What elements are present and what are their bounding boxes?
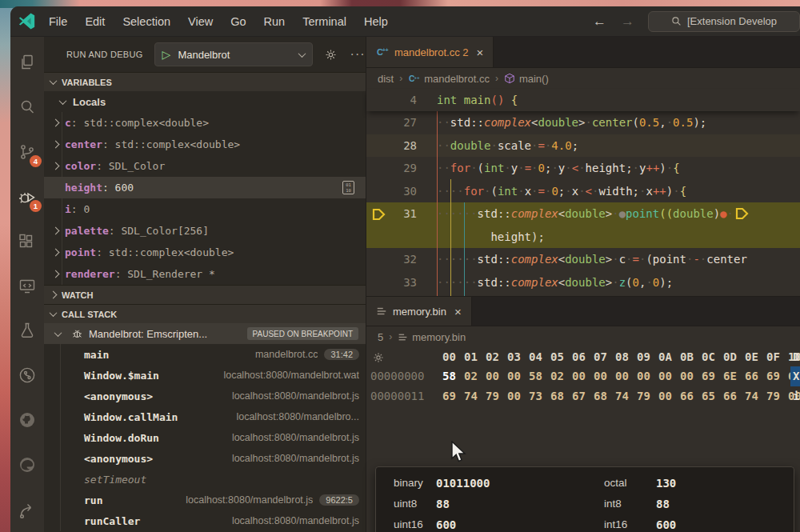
hex-byte[interactable]: 66 — [745, 366, 766, 386]
frame-row-runcaller[interactable]: runCallerlocalhost:8080/mandelbrot.js — [44, 510, 366, 531]
hex-byte[interactable]: 02 — [464, 366, 486, 386]
hex-byte[interactable]: 00 — [615, 366, 637, 386]
code-gutter[interactable]: 29 — [366, 157, 437, 180]
hex-byte[interactable]: 67 — [572, 386, 594, 406]
code-gutter[interactable]: 27 — [366, 111, 437, 134]
code-gutter[interactable]: 31 — [366, 202, 437, 226]
menu-run[interactable]: Run — [255, 12, 294, 31]
frame-row-settimeout[interactable]: setTimeout — [44, 469, 366, 490]
tab-close-button[interactable]: × — [477, 46, 484, 59]
hex-byte[interactable]: 66 — [723, 386, 745, 406]
debug-session-row[interactable]: Mandelbrot: Emscripten... PAUSED ON BREA… — [44, 323, 366, 344]
variable-row-color[interactable]: color: SDL_Color — [44, 155, 366, 177]
variable-row-i[interactable]: i: 0 — [44, 198, 366, 220]
hex-byte[interactable]: 65 — [702, 386, 723, 406]
code-gutter[interactable]: 32 — [366, 248, 437, 271]
menu-selection[interactable]: Selection — [114, 12, 179, 31]
variable-row-center[interactable]: center: std::complex<double> — [44, 134, 366, 155]
breadcrumb-item-5[interactable]: 5 — [378, 331, 383, 343]
variable-row-palette[interactable]: palette: SDL_Color[256] — [44, 220, 366, 242]
hex-byte[interactable]: 00 — [486, 366, 507, 386]
activity-item-share[interactable] — [10, 487, 44, 532]
variable-row-height[interactable]: height: 6000110 — [44, 177, 366, 198]
hex-decoded-char[interactable]: X — [790, 366, 800, 386]
nav-back-button[interactable]: ← — [586, 14, 614, 30]
hex-byte[interactable]: 79 — [766, 386, 788, 406]
hex-byte[interactable]: 68 — [550, 386, 572, 406]
hex-byte[interactable]: 69 — [702, 366, 723, 386]
watch-section-header[interactable]: WATCH — [44, 285, 366, 304]
debug-settings-gear-button[interactable] — [324, 48, 338, 62]
hex-byte[interactable]: 74 — [464, 386, 486, 406]
menu-help[interactable]: Help — [355, 12, 397, 31]
variable-row-renderer[interactable]: renderer: SDL_Renderer * — [44, 263, 366, 285]
frame-row-window-dorun[interactable]: Window.doRunlocalhost:8080/mandelbrot.js — [44, 427, 366, 448]
code-gutter[interactable]: 33 — [366, 271, 437, 294]
tab-memory-bin[interactable]: memory.bin × — [366, 297, 472, 326]
code-gutter[interactable]: 30 — [366, 180, 437, 203]
activity-item-edge[interactable] — [10, 442, 44, 487]
activity-item-beaker[interactable] — [10, 308, 44, 353]
frame-row-main[interactable]: mainmandelbrot.cc31:42 — [44, 344, 366, 365]
hex-byte[interactable]: 68 — [594, 386, 615, 406]
tab-mandelbrot-cc[interactable]: C++ mandelbrot.cc 2 × — [366, 37, 494, 67]
code-gutter[interactable] — [366, 226, 437, 249]
frame-row--anonymous-[interactable]: <anonymous>localhost:8080/mandelbrot.js — [44, 386, 366, 406]
variable-row-point[interactable]: point: std::complex<double> — [44, 242, 366, 263]
start-debug-icon[interactable]: ▷ — [162, 48, 171, 61]
variable-row-c[interactable]: c: std::complex<double> — [44, 112, 366, 134]
activity-item-extensions[interactable] — [10, 219, 44, 264]
hex-decoded-char[interactable]: i — [793, 386, 799, 406]
activity-item-source-graph[interactable] — [10, 353, 44, 398]
hex-byte[interactable]: 00 — [637, 366, 658, 386]
breadcrumb-item-main[interactable]: main() — [504, 73, 549, 85]
hex-byte[interactable]: 79 — [637, 386, 658, 406]
breadcrumb-item-dist[interactable]: dist — [378, 73, 394, 85]
activity-item-debug[interactable]: 1 — [10, 174, 44, 219]
hex-byte[interactable]: 58 — [529, 366, 550, 386]
hex-byte[interactable]: 00 — [507, 366, 529, 386]
more-actions-button[interactable]: ··· — [350, 47, 366, 62]
activity-item-scm[interactable]: 4 — [10, 130, 44, 174]
activity-item-explorer[interactable] — [10, 40, 44, 85]
hex-byte[interactable]: 74 — [615, 386, 637, 406]
callstack-section-header[interactable]: CALL STACK — [44, 304, 366, 323]
hex-byte[interactable]: 00 — [507, 386, 529, 406]
code-editor[interactable]: 27··std::complex<double>·center(0.5,·0.5… — [366, 111, 800, 296]
breadcrumb-item-mandelbrotcc[interactable]: C++mandelbrot.cc — [408, 73, 490, 85]
frame-row-window--main[interactable]: Window.$mainlocalhost:8080/mandelbrot.wa… — [44, 365, 366, 386]
activity-item-search[interactable] — [10, 85, 44, 130]
hex-byte[interactable]: 66 — [680, 386, 702, 406]
hex-byte[interactable]: 00 — [658, 386, 680, 406]
activity-item-remote[interactable] — [10, 264, 44, 309]
menu-file[interactable]: File — [40, 12, 76, 31]
menu-edit[interactable]: Edit — [76, 12, 114, 31]
code-gutter[interactable]: 34 — [366, 294, 437, 296]
hex-byte[interactable]: 00 — [658, 366, 680, 386]
hex-byte[interactable]: 69 — [766, 366, 788, 386]
locals-scope-row[interactable]: Locals — [44, 91, 366, 112]
code-gutter[interactable]: 28 — [366, 134, 437, 158]
variables-section-header[interactable]: VARIABLES — [44, 72, 366, 91]
breadcrumb-item-memorybin[interactable]: memory.bin — [398, 331, 466, 343]
nav-forward-button[interactable]: → — [614, 14, 642, 30]
paused-breakpoint-icon[interactable] — [372, 208, 386, 221]
frame-row-window-callmain[interactable]: Window.callMainlocalhost:8080/mandelbro.… — [44, 406, 366, 427]
menu-view[interactable]: View — [179, 12, 222, 31]
tab-close-button[interactable]: × — [454, 305, 462, 318]
menu-go[interactable]: Go — [222, 12, 254, 31]
activity-item-github[interactable] — [10, 398, 44, 442]
hex-byte[interactable]: 00 — [594, 366, 615, 386]
view-binary-icon[interactable]: 0110 — [342, 181, 354, 194]
hex-byte[interactable]: 6E — [723, 366, 745, 386]
hex-byte[interactable]: 79 — [486, 386, 507, 406]
hex-byte[interactable]: 69 — [442, 386, 464, 406]
hex-byte[interactable]: 00 — [572, 366, 594, 386]
frame-row-run[interactable]: runlocalhost:8080/mandelbrot.js9622:5 — [44, 490, 366, 510]
command-center-search[interactable]: [Extension Develop — [648, 11, 800, 32]
menu-terminal[interactable]: Terminal — [294, 12, 355, 31]
hex-byte[interactable]: 73 — [529, 386, 550, 406]
hex-byte[interactable]: 58 — [442, 366, 464, 386]
hex-byte[interactable]: 00 — [680, 366, 702, 386]
hex-byte[interactable]: 02 — [550, 366, 572, 386]
